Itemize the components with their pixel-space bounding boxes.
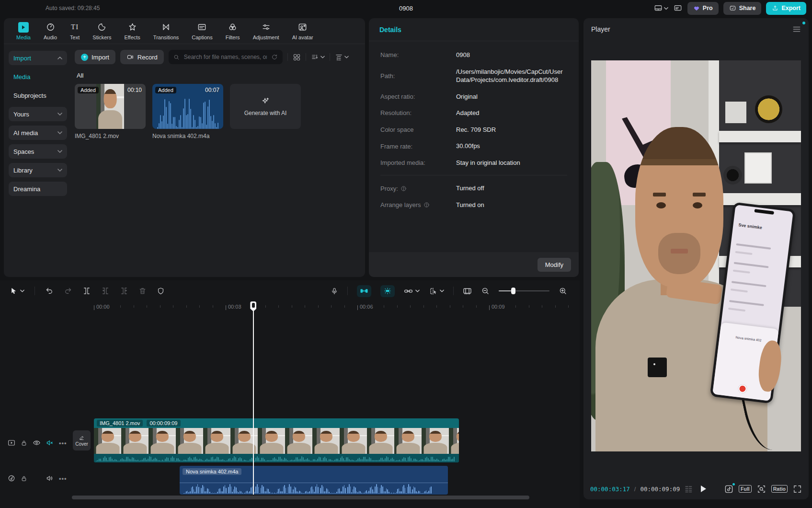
record-button[interactable]: Record bbox=[120, 50, 164, 64]
delete-icon[interactable] bbox=[138, 287, 147, 295]
search-input[interactable] bbox=[183, 53, 268, 61]
share-button[interactable]: Share bbox=[723, 2, 762, 15]
sidebar-item-dreamina[interactable]: Dreamina bbox=[9, 182, 67, 196]
sort-icon[interactable] bbox=[311, 53, 325, 61]
select-tool[interactable] bbox=[10, 287, 24, 295]
player-menu-icon[interactable] bbox=[792, 26, 801, 33]
mute-speaker-icon[interactable] bbox=[46, 439, 54, 446]
added-badge: Added bbox=[155, 87, 176, 93]
tab-audio[interactable]: Audio bbox=[44, 22, 57, 40]
filter-icon[interactable] bbox=[335, 53, 349, 61]
voiceover-mic-icon[interactable] bbox=[331, 287, 338, 296]
sidebar-item-yours[interactable]: Yours bbox=[9, 107, 67, 121]
zoom-in-icon[interactable] bbox=[559, 287, 567, 295]
tab-adjustment[interactable]: Adjustment bbox=[253, 22, 279, 40]
import-button[interactable]: + Import bbox=[75, 50, 115, 64]
person-head bbox=[635, 127, 723, 288]
help-icon[interactable] bbox=[400, 185, 407, 192]
undo-icon[interactable] bbox=[45, 287, 54, 295]
sidebar-item-spaces[interactable]: Spaces bbox=[9, 144, 67, 159]
track-more-icon[interactable]: ••• bbox=[59, 475, 67, 482]
timeline-zoom-slider[interactable] bbox=[499, 288, 549, 294]
media-card-video[interactable]: Added 00:10 IMG_4801 2.mov bbox=[75, 84, 146, 139]
chevron-down-icon bbox=[57, 169, 62, 172]
export-label: Export bbox=[781, 5, 801, 12]
tab-effects[interactable]: Effects bbox=[124, 22, 140, 40]
tab-captions[interactable]: Captions bbox=[192, 22, 212, 40]
zoom-out-icon[interactable] bbox=[481, 287, 490, 295]
ratio-button[interactable]: Ratio bbox=[771, 485, 788, 493]
video-clip[interactable]: IMG_4801 2.mov 00:00:09:09 bbox=[94, 418, 459, 462]
full-quality-button[interactable]: Full bbox=[739, 485, 752, 493]
fullscreen-icon[interactable] bbox=[793, 485, 802, 494]
delete-left-icon[interactable] bbox=[101, 287, 110, 295]
details-panel: Details Name: 0908 Path: /Users/milanboj… bbox=[369, 18, 579, 277]
search-bar[interactable] bbox=[169, 50, 283, 64]
split-icon[interactable] bbox=[82, 287, 91, 295]
video-track-head: ••• bbox=[0, 438, 72, 448]
playhead[interactable] bbox=[253, 302, 254, 495]
timeline-scrollbar[interactable] bbox=[72, 496, 529, 499]
player-video-preview[interactable]: Sve snimke Nova snimka 402 bbox=[591, 60, 801, 451]
generate-with-ai-card[interactable]: Generate with AI bbox=[230, 84, 301, 139]
pro-button[interactable]: Pro bbox=[687, 2, 719, 15]
layout-display-icon[interactable] bbox=[653, 4, 668, 12]
video-track-icon[interactable] bbox=[8, 439, 15, 446]
preview-render-icon[interactable] bbox=[463, 287, 472, 295]
top-bar-actions: Pro Share Export bbox=[653, 2, 806, 15]
tab-text[interactable]: TI Text bbox=[70, 22, 80, 40]
mask-shield-icon[interactable] bbox=[157, 287, 165, 295]
tab-ai-avatar[interactable]: AI avatar bbox=[292, 22, 313, 40]
lock-icon[interactable] bbox=[21, 439, 27, 447]
select-mode-control[interactable] bbox=[429, 287, 444, 295]
sidebar-item-ai-media[interactable]: AI media bbox=[9, 126, 67, 140]
delete-right-icon[interactable] bbox=[120, 287, 128, 295]
detail-row-resolution: Resolution: Adapted bbox=[380, 109, 567, 117]
redo-icon[interactable] bbox=[64, 287, 72, 295]
tiktok-export-icon[interactable] bbox=[724, 485, 733, 494]
linked-preview-toggle[interactable] bbox=[380, 285, 395, 297]
video-thumb-preview bbox=[96, 84, 124, 129]
cover-label: Cover bbox=[75, 441, 88, 447]
sidebar-label: Import bbox=[13, 55, 31, 62]
ai-avatar-icon bbox=[298, 22, 307, 33]
detail-row-frame-rate: Frame rate: 30.00fps bbox=[380, 142, 567, 150]
help-icon[interactable] bbox=[423, 202, 430, 208]
grid-view-icon[interactable] bbox=[293, 53, 301, 61]
media-card-audio[interactable]: Added 00:07 Nova snimka 402.m4a bbox=[152, 84, 223, 139]
auto-link-control[interactable] bbox=[404, 288, 420, 295]
sidebar-item-media[interactable]: Media bbox=[9, 69, 67, 84]
layout-panels-icon[interactable] bbox=[673, 4, 683, 12]
detail-row-color-space: Color space Rec. 709 SDR bbox=[380, 126, 567, 134]
sidebar-item-library[interactable]: Library bbox=[9, 163, 67, 177]
export-button[interactable]: Export bbox=[766, 2, 806, 15]
tab-label: Transitions bbox=[153, 35, 179, 40]
visibility-eye-icon[interactable] bbox=[33, 439, 41, 446]
asset-tab-bar: Media Audio TI Text Stickers Effects Tra… bbox=[4, 18, 365, 44]
tab-transitions[interactable]: Transitions bbox=[153, 22, 179, 40]
tab-stickers[interactable]: Stickers bbox=[92, 22, 111, 40]
lock-icon[interactable] bbox=[21, 475, 27, 482]
slider-knob[interactable] bbox=[511, 288, 515, 294]
tab-media[interactable]: Media bbox=[16, 22, 31, 40]
sidebar-item-subprojects[interactable]: Subprojects bbox=[9, 88, 67, 103]
time-ruler[interactable]: 00:0000:0300:0600:09 bbox=[0, 301, 580, 314]
refresh-icon[interactable] bbox=[271, 54, 278, 60]
plus-icon: + bbox=[81, 54, 88, 61]
track-more-icon[interactable]: ••• bbox=[59, 439, 67, 447]
sidebar-item-import[interactable]: Import bbox=[9, 51, 67, 65]
preview-zoom-icon[interactable] bbox=[757, 485, 766, 494]
chevron-down-icon bbox=[415, 289, 420, 292]
snap-toggle[interactable] bbox=[357, 285, 371, 297]
speaker-icon[interactable] bbox=[46, 475, 54, 482]
modify-button[interactable]: Modify bbox=[538, 258, 571, 272]
top-bar: Auto saved: 09:28:45 0908 Pro Share Expo… bbox=[0, 0, 812, 16]
tab-filters[interactable]: Filters bbox=[226, 22, 240, 40]
click-select-icon bbox=[429, 287, 437, 295]
media-sidebar: Import Media Subprojects Yours AI media … bbox=[4, 44, 72, 277]
play-button[interactable] bbox=[701, 485, 706, 492]
audio-track-icon[interactable] bbox=[8, 474, 15, 482]
pro-label: Pro bbox=[703, 5, 713, 12]
audio-clip[interactable]: Nova snimka 402.m4a bbox=[180, 466, 448, 495]
cover-button[interactable]: Cover bbox=[73, 430, 91, 450]
